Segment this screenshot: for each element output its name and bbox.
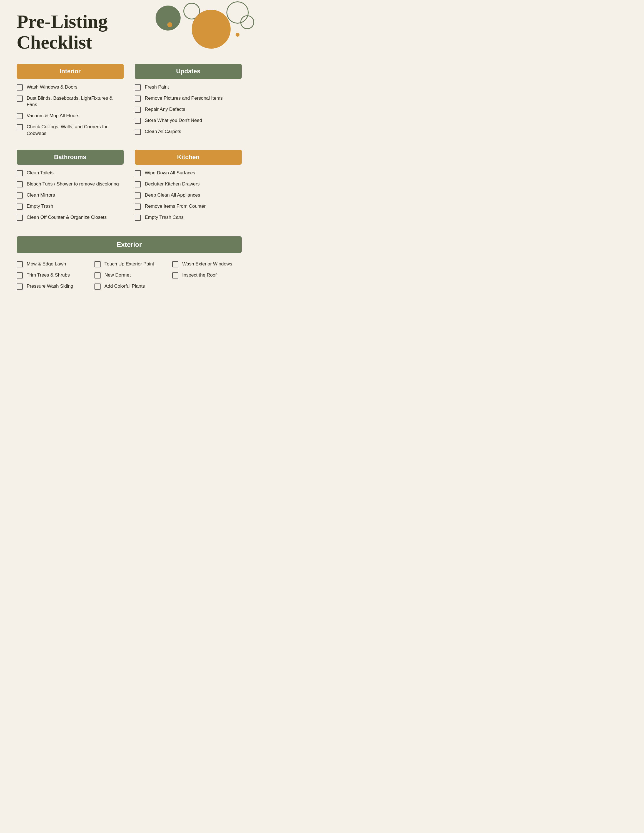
checkbox[interactable]	[17, 181, 23, 187]
checkbox[interactable]	[135, 95, 141, 101]
list-item: Trim Trees & Shrubs	[17, 272, 86, 278]
list-item: Repair Any Defects	[135, 106, 242, 113]
checkbox[interactable]	[17, 95, 23, 101]
checkbox[interactable]	[17, 124, 23, 130]
list-item: New Dormet	[95, 272, 164, 278]
checkbox[interactable]	[135, 170, 141, 176]
updates-header: Updates	[135, 64, 242, 79]
page-title: Pre-Listing Checklist	[17, 11, 128, 53]
list-item: Inspect the Roof	[172, 272, 242, 278]
checkbox[interactable]	[17, 84, 23, 90]
checkbox[interactable]	[172, 261, 179, 267]
list-item: Add Colorful Plants	[95, 283, 164, 289]
checkbox[interactable]	[17, 215, 23, 221]
checkbox[interactable]	[135, 215, 141, 221]
bathrooms-section: Bathrooms Clean Toilets Bleach Tubs / Sh…	[17, 150, 124, 225]
checkbox[interactable]	[17, 193, 23, 199]
list-item: Wash Windows & Doors	[17, 84, 124, 90]
checkbox[interactable]	[17, 272, 23, 278]
list-item: Mow & Edge Lawn	[17, 261, 86, 267]
checkbox[interactable]	[17, 261, 23, 267]
checkbox[interactable]	[95, 283, 101, 289]
checkbox[interactable]	[135, 204, 141, 210]
list-item: Clean Mirrors	[17, 192, 124, 199]
checkbox[interactable]	[172, 272, 179, 278]
checkbox[interactable]	[135, 84, 141, 90]
list-item: Store What you Don't Need	[135, 117, 242, 124]
main-grid: Interior Wash Windows & Doors Dust Blind…	[17, 64, 242, 225]
list-item: Touch Up Exterior Paint	[95, 261, 164, 267]
interior-header: Interior	[17, 64, 124, 79]
list-item: Check Ceilings, Walls, and Corners for C…	[17, 124, 124, 137]
list-item: Fresh Paint	[135, 84, 242, 90]
list-item: Wash Exterior Windows	[172, 261, 242, 267]
list-item: Remove Pictures and Personal Items	[135, 95, 242, 101]
checkbox[interactable]	[17, 283, 23, 289]
checkbox[interactable]	[17, 204, 23, 210]
list-item: Clean Toilets	[17, 170, 124, 176]
updates-section: Updates Fresh Paint Remove Pictures and …	[135, 64, 242, 142]
checkbox[interactable]	[17, 170, 23, 176]
list-item: Dust Blinds, Baseboards, LightFixtures &…	[17, 95, 124, 108]
checkbox[interactable]	[135, 181, 141, 187]
list-item: Remove Items From Counter	[135, 203, 242, 210]
list-item: Empty Trash Cans	[135, 214, 242, 221]
bathrooms-header: Bathrooms	[17, 150, 124, 165]
list-item: Vacuum & Mop All Floors	[17, 113, 124, 119]
checkbox[interactable]	[95, 272, 101, 278]
interior-section: Interior Wash Windows & Doors Dust Blind…	[17, 64, 124, 142]
list-item: Empty Trash	[17, 203, 124, 210]
list-item: Clean Off Counter & Organize Closets	[17, 214, 124, 221]
checkbox[interactable]	[135, 118, 141, 124]
exterior-header: Exterior	[17, 236, 242, 253]
exterior-col-3: Wash Exterior Windows Inspect the Roof	[172, 261, 242, 294]
kitchen-section: Kitchen Wipe Down All Surfaces Declutter…	[135, 150, 242, 225]
list-item: Wipe Down All Surfaces	[135, 170, 242, 176]
exterior-col-2: Touch Up Exterior Paint New Dormet Add C…	[95, 261, 164, 294]
kitchen-header: Kitchen	[135, 150, 242, 165]
checkbox[interactable]	[17, 113, 23, 119]
list-item: Clean All Carpets	[135, 128, 242, 135]
list-item: Deep Clean All Appliances	[135, 192, 242, 199]
checkbox[interactable]	[135, 129, 141, 135]
exterior-col-1: Mow & Edge Lawn Trim Trees & Shrubs Pres…	[17, 261, 86, 294]
list-item: Pressure Wash Siding	[17, 283, 86, 289]
checkbox[interactable]	[135, 193, 141, 199]
exterior-section: Exterior Mow & Edge Lawn Trim Trees & Sh…	[17, 236, 242, 294]
list-item: Declutter Kitchen Drawers	[135, 181, 242, 187]
exterior-grid: Mow & Edge Lawn Trim Trees & Shrubs Pres…	[17, 261, 242, 294]
checkbox[interactable]	[95, 261, 101, 267]
list-item: Bleach Tubs / Shower to remove discolori…	[17, 181, 124, 187]
checkbox[interactable]	[135, 107, 141, 113]
